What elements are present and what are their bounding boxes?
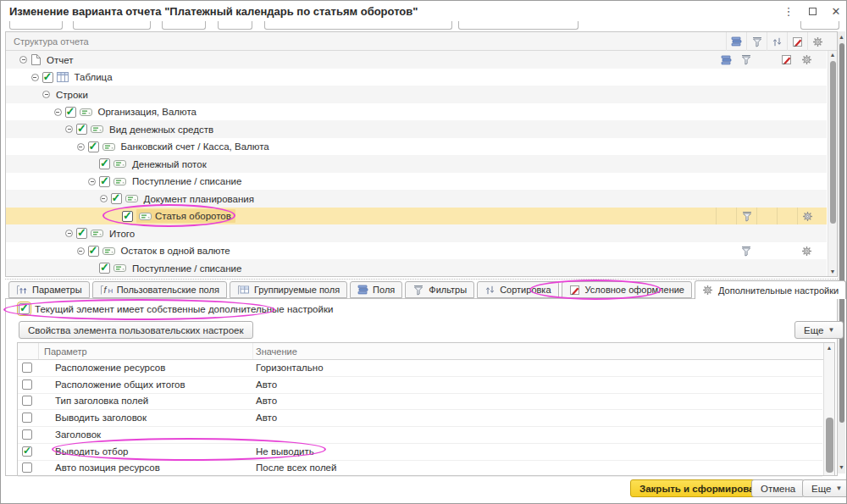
- tree-toggle-icon[interactable]: [100, 195, 108, 202]
- more-button-settings[interactable]: Еще▼: [794, 321, 844, 339]
- param-row-show-filter[interactable]: Выводить отборНе выводить: [18, 444, 822, 461]
- tree-checkbox[interactable]: [122, 211, 133, 222]
- table-scrollbar[interactable]: ▲: [823, 343, 834, 475]
- cutoff-button[interactable]: [218, 21, 252, 30]
- row-settings-cell[interactable]: [797, 51, 817, 69]
- row-fields-cell[interactable]: [716, 51, 736, 69]
- tree-toggle-icon[interactable]: [77, 247, 85, 255]
- param-row-header[interactable]: Заголовок: [18, 427, 822, 444]
- tab-additional-settings[interactable]: Дополнительные настройки: [695, 280, 846, 299]
- param-value[interactable]: Авто: [256, 413, 277, 423]
- scroll-up-icon[interactable]: ▲: [828, 51, 837, 59]
- cutoff-button[interactable]: [9, 21, 63, 30]
- param-checkbox[interactable]: [22, 429, 32, 440]
- row-filter-cell[interactable]: [736, 51, 756, 69]
- close-icon[interactable]: ✕: [829, 4, 843, 18]
- cutoff-button[interactable]: [458, 21, 579, 30]
- row-appearance-cell[interactable]: [777, 51, 797, 69]
- tab-parameters[interactable]: Параметры: [8, 281, 90, 298]
- tree-row-table[interactable]: Таблица: [6, 69, 827, 86]
- cutoff-button[interactable]: [162, 21, 206, 30]
- param-checkbox[interactable]: [22, 379, 32, 390]
- tree-row-planning-document[interactable]: Документ планирования: [6, 190, 827, 208]
- more-button-footer[interactable]: Еще▼: [802, 479, 847, 497]
- param-value[interactable]: Авто: [256, 379, 277, 390]
- tree-row-rows-group[interactable]: Строки: [6, 86, 827, 103]
- tree-row-turnover-item[interactable]: Статья оборотов: [6, 208, 827, 225]
- maximize-icon[interactable]: [805, 4, 819, 18]
- param-checkbox[interactable]: [22, 462, 32, 473]
- scroll-down-icon[interactable]: ▼: [838, 463, 845, 472]
- tree-checkbox[interactable]: [65, 107, 76, 118]
- tab-conditional-appearance[interactable]: Условное оформление: [562, 281, 692, 298]
- row-settings-cell[interactable]: [797, 242, 817, 260]
- tree-scrollbar-thumb[interactable]: [830, 61, 836, 224]
- table-scrollbar-thumb[interactable]: [826, 418, 833, 473]
- param-value[interactable]: После всех полей: [256, 462, 336, 473]
- tab-user-fields[interactable]: fHПользовательские поля: [92, 281, 227, 298]
- cutoff-button[interactable]: [800, 21, 839, 30]
- column-settings[interactable]: [807, 32, 828, 51]
- column-appearance[interactable]: [787, 32, 807, 51]
- param-checkbox[interactable]: [22, 363, 32, 373]
- tree-checkbox[interactable]: [76, 124, 87, 135]
- tree-toggle-icon[interactable]: [65, 230, 73, 237]
- tree-checkbox[interactable]: [99, 158, 110, 169]
- cancel-button[interactable]: Отмена: [751, 479, 805, 497]
- splitter[interactable]: [5, 279, 838, 280]
- tree-toggle-icon[interactable]: [65, 125, 73, 133]
- column-fields[interactable]: [726, 32, 746, 51]
- window-scrollbar[interactable]: ▲ ▼: [838, 31, 845, 474]
- param-value[interactable]: Горизонтально: [256, 363, 324, 373]
- window-scrollbar-thumb[interactable]: [839, 43, 844, 423]
- param-row-resources-auto-position[interactable]: Авто позиция ресурсовПосле всех полей: [18, 460, 822, 477]
- scroll-up-icon[interactable]: ▲: [838, 33, 845, 42]
- tree-row-receipt-writeoff[interactable]: Поступление / списание: [6, 173, 827, 191]
- tab-fields[interactable]: Поля: [350, 281, 402, 298]
- tree-checkbox[interactable]: [88, 246, 99, 257]
- cutoff-button[interactable]: [73, 21, 151, 30]
- tree-scrollbar[interactable]: ▲ ▼: [828, 51, 837, 276]
- tree-row-cash-kind[interactable]: Вид денежных средств: [6, 120, 827, 138]
- param-checkbox[interactable]: [22, 446, 32, 457]
- tree-row-receipt-writeoff-total[interactable]: Поступление / списание: [6, 259, 827, 276]
- row-filter-cell[interactable]: [736, 208, 756, 225]
- tree-toggle-icon[interactable]: [88, 178, 96, 186]
- tree-toggle-icon[interactable]: [77, 143, 85, 151]
- row-filter-cell[interactable]: [736, 242, 756, 260]
- tree-toggle-icon[interactable]: [19, 56, 27, 64]
- row-settings-cell[interactable]: [797, 208, 817, 225]
- tree-checkbox[interactable]: [76, 228, 87, 239]
- tree-checkbox[interactable]: [42, 72, 53, 83]
- tree-row-organization-currency[interactable]: Организация, Валюта: [6, 103, 827, 121]
- tree-row-total[interactable]: Итого: [6, 224, 827, 242]
- own-settings-checkbox[interactable]: [19, 303, 30, 314]
- tab-sorting[interactable]: Сортировка: [477, 281, 558, 298]
- menu-dots-icon[interactable]: ⋮: [782, 4, 795, 18]
- scroll-down-icon[interactable]: ▼: [828, 268, 837, 276]
- tree-row-report[interactable]: Отчет: [6, 51, 827, 69]
- param-checkbox[interactable]: [22, 396, 32, 406]
- tab-grouped-fields[interactable]: Группируемые поля: [230, 281, 347, 298]
- element-properties-button[interactable]: Свойства элемента пользовательских настр…: [19, 321, 253, 339]
- tree-row-bank-account-cash[interactable]: Банковский счет / Касса, Валюта: [6, 138, 827, 156]
- tab-filters[interactable]: Фильтры: [405, 281, 474, 298]
- tree-checkbox[interactable]: [88, 141, 99, 152]
- param-row-show-header[interactable]: Выводить заголовокАвто: [18, 410, 822, 427]
- param-row-totals-placement[interactable]: Расположение общих итоговАвто: [18, 377, 822, 394]
- tree-checkbox[interactable]: [99, 263, 110, 274]
- scroll-up-icon[interactable]: ▲: [824, 344, 834, 352]
- column-sort[interactable]: [767, 32, 787, 51]
- column-filter[interactable]: [746, 32, 767, 51]
- tree-checkbox[interactable]: [99, 176, 110, 187]
- tree-checkbox[interactable]: [111, 193, 122, 204]
- cutoff-button[interactable]: [264, 21, 452, 30]
- tree-toggle-icon[interactable]: [31, 74, 39, 81]
- param-row-resources-placement[interactable]: Расположение ресурсовГоризонтально: [18, 360, 822, 377]
- tree-toggle-icon[interactable]: [54, 108, 62, 116]
- param-checkbox[interactable]: [22, 413, 32, 423]
- tree-row-balance-one-currency[interactable]: Остаток в одной валюте: [6, 242, 827, 260]
- param-value[interactable]: Авто: [256, 396, 277, 406]
- param-row-fields-header-type[interactable]: Тип заголовка полейАвто: [18, 393, 822, 410]
- tree-row-cash-flow[interactable]: Денежный поток: [6, 155, 827, 173]
